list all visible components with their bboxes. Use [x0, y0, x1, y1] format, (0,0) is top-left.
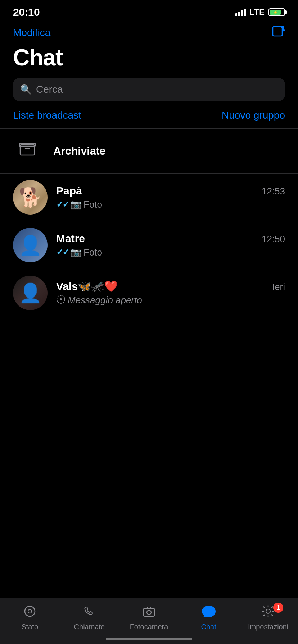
- modifica-button[interactable]: Modifica: [13, 27, 50, 38]
- chat-time-vals: Ieri: [272, 281, 285, 293]
- tab-stato[interactable]: Stato: [8, 604, 51, 631]
- svg-point-11: [147, 610, 151, 615]
- home-indicator: [106, 638, 192, 640]
- stato-icon: [23, 604, 37, 621]
- search-placeholder: Cerca: [36, 84, 63, 95]
- tab-label-chiamate: Chiamate: [74, 623, 105, 631]
- chat-time-papa: 12:53: [262, 186, 285, 197]
- archive-icon-wrap: [13, 137, 42, 165]
- fotocamera-icon: [142, 604, 156, 621]
- tab-label-chat: Chat: [201, 623, 216, 631]
- svg-point-8: [25, 606, 35, 616]
- avatar-vals: [13, 276, 48, 310]
- camera-emoji-papa: 📷: [71, 199, 81, 210]
- chat-content-vals: Vals🦋🦟❤️ Ieri Messaggio aperto: [56, 280, 285, 306]
- status-time: 20:10: [13, 6, 40, 18]
- signal-bars-icon: [235, 8, 246, 16]
- chat-item-matre[interactable]: Matre 12:50 ✓✓ 📷 Foto: [0, 221, 298, 269]
- chat-preview-papa: ✓✓ 📷 Foto: [56, 199, 285, 210]
- search-icon: 🔍: [20, 84, 32, 95]
- battery-icon: ⚡: [268, 8, 285, 16]
- chat-preview-vals: Messaggio aperto: [56, 295, 285, 306]
- preview-text-vals: Messaggio aperto: [68, 295, 142, 306]
- archive-label: Archiviate: [53, 145, 105, 157]
- search-bar[interactable]: 🔍 Cerca: [13, 78, 285, 101]
- chat-item-papa[interactable]: Papà 12:53 ✓✓ 📷 Foto: [0, 174, 298, 221]
- chat-content-papa: Papà 12:53 ✓✓ 📷 Foto: [56, 185, 285, 210]
- chat-icon: [201, 604, 217, 621]
- avatar-papa: [13, 180, 48, 215]
- preview-text-matre: Foto: [83, 247, 102, 258]
- liste-broadcast-button[interactable]: Liste broadcast: [13, 110, 81, 121]
- status-bar: 20:10 LTE ⚡: [0, 0, 298, 22]
- double-check-papa: ✓✓: [56, 199, 68, 210]
- tab-fotocamera[interactable]: Fotocamera: [127, 604, 171, 631]
- double-check-matre: ✓✓: [56, 247, 68, 257]
- camera-emoji-matre: 📷: [71, 247, 81, 257]
- svg-point-9: [28, 610, 32, 613]
- chiamate-icon: [82, 604, 96, 621]
- chat-preview-matre: ✓✓ 📷 Foto: [56, 247, 285, 258]
- tab-impostazioni[interactable]: 1 Impostazioni: [247, 604, 290, 631]
- preview-text-papa: Foto: [83, 199, 102, 210]
- archive-icon: [19, 141, 36, 161]
- archive-row[interactable]: Archiviate: [0, 129, 298, 174]
- tab-chiamate[interactable]: Chiamate: [68, 604, 111, 631]
- chat-name-papa: Papà: [56, 185, 82, 197]
- status-icons: LTE ⚡: [235, 8, 285, 17]
- action-row: Liste broadcast Nuovo gruppo: [0, 110, 298, 128]
- view-once-icon: [56, 295, 66, 306]
- svg-rect-10: [143, 608, 155, 616]
- svg-rect-0: [273, 27, 282, 36]
- svg-point-7: [60, 298, 62, 300]
- chat-item-vals[interactable]: Vals🦋🦟❤️ Ieri Messaggio aperto: [0, 269, 298, 317]
- tab-label-fotocamera: Fotocamera: [130, 623, 168, 631]
- chat-list: Papà 12:53 ✓✓ 📷 Foto Matre 12:50 ✓✓ 📷 Fo…: [0, 174, 298, 317]
- compose-icon[interactable]: [272, 25, 285, 40]
- tab-bar: Stato Chiamate Fotocamera Chat: [0, 598, 298, 644]
- chat-name-vals: Vals🦋🦟❤️: [56, 280, 118, 293]
- svg-point-12: [266, 609, 270, 613]
- nuovo-gruppo-button[interactable]: Nuovo gruppo: [222, 110, 285, 121]
- lte-label: LTE: [249, 8, 265, 17]
- header-row: Modifica: [0, 22, 298, 43]
- impostazioni-badge: 1: [273, 603, 283, 613]
- avatar-matre: [13, 228, 48, 262]
- chat-name-matre: Matre: [56, 233, 85, 245]
- tab-chat[interactable]: Chat: [187, 604, 230, 631]
- chat-time-matre: 12:50: [262, 234, 285, 245]
- chat-content-matre: Matre 12:50 ✓✓ 📷 Foto: [56, 233, 285, 258]
- tab-label-stato: Stato: [21, 623, 38, 631]
- page-title: Chat: [0, 43, 298, 78]
- tab-label-impostazioni: Impostazioni: [248, 623, 288, 631]
